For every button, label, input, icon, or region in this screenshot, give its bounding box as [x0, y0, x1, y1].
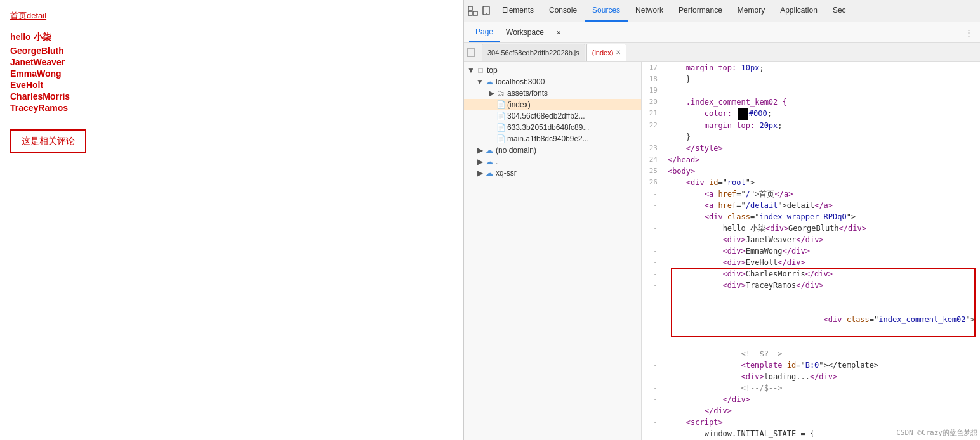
- tab-console[interactable]: Console: [541, 0, 585, 22]
- code-line-19: 19: [642, 85, 980, 96]
- name-item: EmmaWong: [10, 68, 453, 79]
- tree-index[interactable]: 📄 (index): [464, 99, 641, 110]
- code-line-blank8: - <div>EveHolt</div>: [642, 257, 980, 268]
- code-line-comment-close: - </div>: [642, 394, 980, 405]
- name-item: GeorgeBluth: [10, 46, 453, 56]
- file-tab-close-icon[interactable]: ✕: [616, 49, 621, 56]
- tree-top[interactable]: ▼ □ top: [464, 65, 641, 76]
- tree-no-domain[interactable]: ▶ ☁ (no domain): [464, 145, 641, 156]
- name-item: CharlesMorris: [10, 91, 453, 101]
- file-tree[interactable]: ▼ □ top ▼ ☁ localhost:3000 ▶ 🗂 assets/fo…: [464, 62, 642, 440]
- code-line-26: 26 <div id="root">: [642, 177, 980, 188]
- left-panel: 首页detail hello 小柒 GeorgeBluthJanetWeaver…: [0, 0, 463, 440]
- file-tab-bundle[interactable]: 304.56cf68edb2dffb22028b.js: [482, 44, 585, 61]
- tab-sources[interactable]: Sources: [585, 0, 628, 22]
- hello-text: hello 小柒: [10, 32, 453, 43]
- code-line-24: 24 </head>: [642, 154, 980, 165]
- file-tab-index[interactable]: (index) ✕: [586, 44, 627, 61]
- name-list: GeorgeBluthJanetWeaverEmmaWongEveHoltCha…: [10, 46, 453, 113]
- tree-xq-ssr[interactable]: ▶ ☁ xq-ssr: [464, 167, 641, 179]
- comment-box: 这是相关评论: [10, 129, 86, 153]
- svg-rect-0: [468, 6, 472, 10]
- code-table: 17 margin-top: 10px; 18 } 19: [642, 62, 980, 440]
- name-item: EveHolt: [10, 80, 453, 90]
- subtab-workspace[interactable]: Workspace: [500, 22, 550, 42]
- code-line-comment-start: - <div class="index_comment_kem02">: [642, 291, 980, 348]
- code-line-comment-c1: - <!--$?-->: [642, 348, 980, 359]
- code-line-22: 22 margin-top: 20px;: [642, 120, 980, 131]
- inspect-icon[interactable]: [467, 4, 479, 17]
- code-line-20: 20 .index_comment_kem02 {: [642, 96, 980, 108]
- code-line-comment-c2: - <template id="B:0"></template>: [642, 359, 980, 371]
- tab-elements[interactable]: Elements: [494, 0, 541, 22]
- code-line-18: 18 }: [642, 74, 980, 85]
- file-icon-tab: [467, 47, 479, 58]
- tree-assets-fonts[interactable]: ▶ 🗂 assets/fonts: [464, 87, 641, 99]
- code-line-div-close: - </div>: [642, 405, 980, 417]
- code-line-blank5: - hello 小柒<div>GeorgeBluth</div>: [642, 223, 980, 234]
- devtools-toolbar: Elements Console Sources Network Perform…: [464, 0, 980, 22]
- subtab-more[interactable]: »: [550, 22, 567, 42]
- watermark: CSDN ©Crazy的蓝色梦想: [896, 428, 977, 437]
- tree-dot[interactable]: ▶ ☁ .: [464, 156, 641, 167]
- devtools-content: ▼ □ top ▼ ☁ localhost:3000 ▶ 🗂 assets/fo…: [464, 62, 980, 440]
- svg-rect-2: [468, 11, 472, 15]
- name-item: TraceyRamos: [10, 103, 453, 113]
- code-line-23: 23 </style>: [642, 143, 980, 154]
- code-line-blank6: - <div>JanetWeaver</div>: [642, 234, 980, 245]
- code-view[interactable]: 占位 17 margin-top: 10px; 18 }: [642, 62, 980, 440]
- more-options-icon[interactable]: ⋮: [962, 26, 975, 39]
- name-item: JanetWeaver: [10, 57, 453, 67]
- svg-rect-1: [473, 11, 477, 15]
- code-line-25: 25 <body>: [642, 165, 980, 177]
- devtools-subtoolbar: Page Workspace » ⋮: [464, 22, 980, 43]
- code-line-blank7: - <div>EmmaWong</div>: [642, 245, 980, 257]
- tab-security[interactable]: Sec: [825, 0, 854, 22]
- code-line-blank9: - <div>CharlesMorris</div>: [642, 268, 980, 280]
- file-tabs: 304.56cf68edb2dffb22028b.js (index) ✕: [464, 43, 980, 62]
- code-line-blank1: }: [642, 131, 980, 143]
- code-line-script: - <script>: [642, 417, 980, 428]
- code-line-blank3: - <a href="/detail">detail</a>: [642, 200, 980, 211]
- tree-file-304[interactable]: 📄 304.56cf68edb2dffb2...: [464, 110, 641, 122]
- svg-rect-5: [467, 49, 475, 56]
- code-line-blank2: - <a href="/">首页</a>: [642, 188, 980, 200]
- breadcrumb[interactable]: 首页detail: [10, 10, 453, 22]
- code-line-blank10: - <div>TraceyRamos</div>: [642, 280, 980, 291]
- tree-localhost[interactable]: ▼ ☁ localhost:3000: [464, 76, 641, 87]
- code-line-blank4: - <div class="index_wrapper_RPDqO">: [642, 211, 980, 223]
- devtools-panel: Elements Console Sources Network Perform…: [463, 0, 980, 440]
- tab-memory[interactable]: Memory: [730, 0, 772, 22]
- subtab-page[interactable]: Page: [469, 22, 500, 42]
- device-icon[interactable]: [480, 4, 493, 17]
- tab-performance[interactable]: Performance: [671, 0, 730, 22]
- code-line-17: 17 margin-top: 10px;: [642, 62, 980, 74]
- tree-file-633[interactable]: 📄 633.3b2051db648fc89...: [464, 122, 641, 133]
- tab-application[interactable]: Application: [772, 0, 825, 22]
- code-line-21: 21 color: #000;: [642, 108, 980, 120]
- tree-file-main[interactable]: 📄 main.a1fb8dc940b9e2...: [464, 133, 641, 145]
- code-line-comment-c3: - <div>loading...</div>: [642, 371, 980, 382]
- toolbar-tabs: Elements Console Sources Network Perform…: [494, 0, 977, 22]
- code-line-comment-c4: - <!--/$-->: [642, 382, 980, 394]
- tab-network[interactable]: Network: [628, 0, 671, 22]
